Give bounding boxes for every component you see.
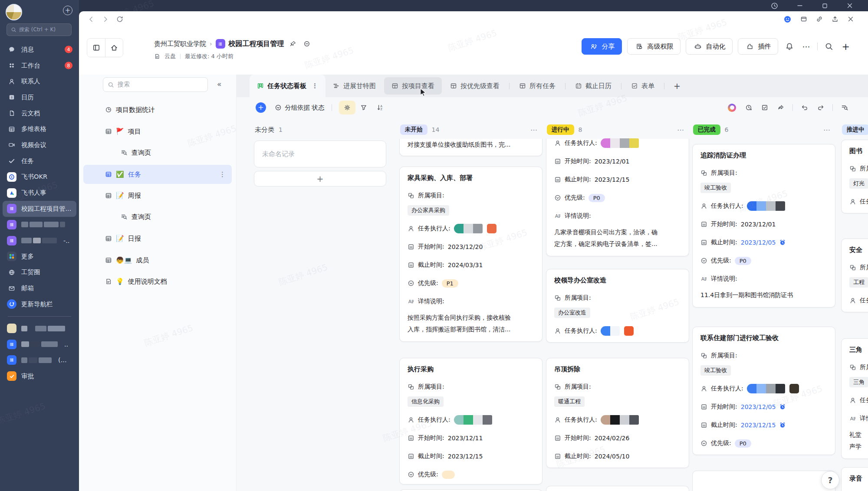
avatar-group[interactable]: [747, 201, 785, 211]
avatar-group[interactable]: [454, 415, 492, 425]
tab-all-tasks[interactable]: 所有任务: [512, 75, 563, 97]
rail-item-calendar[interactable]: 8日历: [3, 89, 76, 105]
tab-kanban[interactable]: 任务状态看板⋮: [250, 75, 326, 97]
project-tag[interactable]: 办公家具采购: [408, 205, 449, 216]
comment-icon[interactable]: [302, 40, 312, 47]
add-view-button[interactable]: +: [667, 75, 687, 97]
plugins-button[interactable]: 插件: [738, 38, 778, 55]
close-tab-icon[interactable]: [847, 16, 854, 23]
pin-icon[interactable]: [288, 40, 298, 47]
project-tag[interactable]: 竣工验收: [700, 365, 731, 376]
rail-item-redacted[interactable]: -..: [3, 232, 76, 249]
maximize-icon[interactable]: [822, 3, 828, 9]
help-button[interactable]: ?: [821, 471, 839, 489]
field-settings-button[interactable]: [339, 101, 355, 115]
rail-item-more[interactable]: 更多: [3, 249, 76, 265]
add-record-button[interactable]: +: [256, 102, 266, 113]
history-icon[interactable]: [771, 2, 778, 10]
doc-location[interactable]: 云盘: [164, 52, 176, 60]
avatar-group[interactable]: [601, 138, 639, 148]
automation-button[interactable]: 自动化: [686, 38, 733, 55]
sidebar-item-weekly[interactable]: 📝周报: [83, 186, 232, 205]
form-check-icon[interactable]: [761, 104, 768, 111]
rail-item-contacts[interactable]: 联系人: [3, 73, 76, 89]
history-icon[interactable]: [745, 104, 752, 111]
workspace-avatar[interactable]: [6, 4, 22, 20]
tab-form[interactable]: 表单: [624, 75, 662, 97]
project-tag[interactable]: 灯光: [849, 178, 868, 189]
task-card[interactable]: [692, 471, 835, 491]
sort-button[interactable]: AZ: [372, 101, 388, 115]
share-button[interactable]: 分享: [582, 38, 622, 55]
new-record-input[interactable]: 未命名记录: [254, 141, 386, 167]
item-more-icon[interactable]: ⋮: [219, 170, 226, 178]
share-view-icon[interactable]: [777, 104, 784, 111]
tab-by-priority[interactable]: 按优先级查看: [443, 75, 507, 97]
task-card[interactable]: 录音: [841, 467, 868, 491]
rail-item-project-base[interactable]: 校园工程项目管...: [3, 201, 76, 217]
project-tag[interactable]: 竣工验收: [700, 183, 731, 193]
bell-icon[interactable]: [783, 42, 796, 51]
task-card[interactable]: 对接支援单位接收援助纸质图书，完...: [399, 139, 542, 156]
rail-pinned-redacted[interactable]: (...: [3, 352, 76, 368]
project-tag[interactable]: 信息化采购: [408, 396, 444, 407]
forward-icon[interactable]: [102, 16, 109, 23]
avatar-group[interactable]: [454, 224, 496, 233]
rail-item-hr[interactable]: 飞书人事: [3, 185, 76, 201]
assistant-icon[interactable]: [783, 15, 792, 23]
add-card-button[interactable]: +: [254, 171, 386, 187]
sidebar-item-projects[interactable]: 🚩项目: [83, 122, 232, 141]
rail-item-meetings[interactable]: 视频会议: [3, 137, 76, 153]
add-icon[interactable]: +: [840, 41, 852, 52]
project-tag[interactable]: 办公室改造: [554, 308, 590, 318]
sidebar-item-stats[interactable]: 项目数据统计: [83, 100, 232, 119]
close-window-icon[interactable]: [846, 2, 853, 9]
filter-button[interactable]: [355, 101, 372, 115]
task-card[interactable]: 图书 所属项目: 灯光 任务执行人:: [841, 140, 868, 213]
rail-item-base[interactable]: 多维表格: [3, 121, 76, 137]
project-tag[interactable]: 三角: [849, 377, 868, 387]
sidebar-item-guide[interactable]: 💡使用说明文档: [83, 272, 232, 291]
advanced-permissions-button[interactable]: 高级权限: [627, 38, 681, 55]
avatar-group[interactable]: [747, 384, 799, 393]
rail-add-button[interactable]: +: [63, 6, 72, 15]
project-tag[interactable]: 暖通工程: [554, 396, 585, 407]
rail-item-docs[interactable]: 云文档: [3, 105, 76, 121]
sidebar-search-input[interactable]: 搜索: [103, 77, 208, 92]
sidebar-item-query-page[interactable]: 查询页: [83, 207, 232, 226]
sidebar-item-daily[interactable]: 📝日报: [83, 229, 232, 248]
tab-gantt[interactable]: 进展甘特图: [326, 75, 383, 97]
sidebar-item-members[interactable]: 👦💻成员: [83, 251, 232, 270]
tab-by-project[interactable]: 按项目查看: [384, 77, 442, 95]
rail-item-approval[interactable]: 审批: [3, 368, 76, 384]
sidebar-item-tasks[interactable]: ✅任务⋮: [83, 165, 232, 184]
rail-pinned-redacted[interactable]: ..: [3, 321, 76, 337]
column-more-icon[interactable]: ⋯: [677, 126, 687, 134]
task-card[interactable]: 追踪消防证办理 所属项目: 竣工验收 任务执行人: 开始时间:2023/12/0…: [692, 144, 835, 308]
tab-more-icon[interactable]: ⋮: [312, 82, 318, 90]
tab-deadline-calendar[interactable]: 截止日历: [568, 75, 619, 97]
global-search-input[interactable]: 搜索 (Ctrl + K): [7, 23, 72, 36]
task-card[interactable]: 联系住建部门进行竣工验收 所属项目: 竣工验收 任务执行人: 开始时间:2023…: [692, 327, 835, 455]
breadcrumb-root[interactable]: 贵州工贸职业学院: [154, 40, 206, 48]
avatar-group[interactable]: [601, 415, 639, 425]
home-button[interactable]: [105, 39, 123, 57]
ai-assistant-icon[interactable]: [728, 104, 736, 112]
task-card[interactable]: 家具采购、入库、部署 所属项目: 办公家具采购 任务执行人: 开始时间:2023…: [399, 167, 542, 342]
doc-title[interactable]: 校园工程项目管理: [229, 39, 284, 49]
rail-pinned-redacted[interactable]: ..: [3, 336, 76, 352]
task-card[interactable]: 执行采购 所属项目: 信息化采购 任务执行人: 开始时间:2023/12/11 …: [399, 358, 542, 484]
task-card[interactable]: 任务执行人: 开始时间:2023/12/01 截止时间:2023/12/15 优…: [546, 139, 689, 256]
task-card[interactable]: 校领导办公室改造 所属项目: 办公室改造 任务执行人:: [546, 269, 689, 343]
column-more-icon[interactable]: ⋯: [823, 126, 834, 134]
back-icon[interactable]: [88, 16, 95, 23]
more-actions-icon[interactable]: ⋯: [801, 42, 812, 51]
rail-item-update-nav[interactable]: 更新导航栏: [3, 296, 76, 312]
refresh-icon[interactable]: [116, 16, 123, 23]
window-mode-icon[interactable]: [800, 16, 807, 23]
collapse-sidebar-icon[interactable]: «: [217, 80, 221, 88]
task-card[interactable]: 三角 所属项目: 三角 任务执行人: A详情说明: 礼堂声学: [841, 338, 868, 459]
redo-icon[interactable]: [817, 104, 824, 111]
group-by-control[interactable]: 分组依据 状态: [275, 104, 325, 112]
rail-item-okr[interactable]: 飞书OKR: [3, 169, 76, 185]
